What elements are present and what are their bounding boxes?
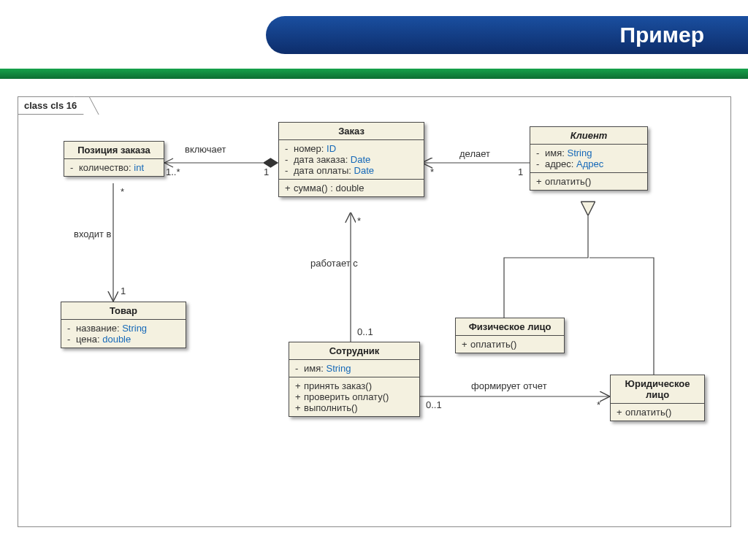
class-product-attrs: -название: String -цена: double [61, 320, 186, 348]
rel-report-label: формирует отчет [471, 380, 547, 391]
rel-works-m2: 0..1 [357, 326, 373, 337]
rel-report-m1: 0..1 [426, 399, 442, 410]
class-order: Заказ -номер: ID -дата заказа: Date -дат… [278, 122, 424, 197]
class-legal-ops: +оплатить() [611, 404, 704, 421]
rel-report-m2: * [597, 399, 600, 410]
rel-belongs-m2: 1 [121, 285, 126, 296]
rel-includes-m1: 1..* [166, 166, 180, 177]
rel-makes-m1: * [430, 166, 434, 177]
class-client-ops: +оплатить() [530, 172, 647, 190]
rel-includes-label: включает [185, 144, 226, 155]
class-person-ops: +оплатить() [456, 336, 564, 353]
class-client-title: Клиент [530, 127, 647, 145]
class-legal-title: Юридическое лицо [611, 375, 704, 404]
class-order-attrs: -номер: ID -дата заказа: Date -дата опла… [279, 140, 424, 179]
class-employee-ops: +принять заказ() +проверить оплату() +вы… [289, 377, 419, 416]
rel-works-m1: * [357, 215, 361, 226]
slide-header: Пример [0, 16, 748, 67]
rel-makes-label: делает [459, 148, 490, 159]
class-product-title: Товар [61, 302, 186, 320]
frame-label-text: class cls 16 [24, 100, 77, 111]
class-order-ops: +сумма() : double [279, 179, 424, 196]
class-order-item: Позиция заказа -количество: int [64, 141, 164, 177]
rel-belongs-label: входит в [74, 229, 112, 239]
class-client-attrs: -имя: String -адрес: Адрес [530, 145, 647, 172]
class-person: Физическое лицо +оплатить() [455, 318, 565, 353]
class-order-title: Заказ [279, 123, 424, 140]
class-order-item-title: Позиция заказа [64, 142, 164, 159]
class-product: Товар -название: String -цена: double [61, 302, 186, 348]
class-client: Клиент -имя: String -адрес: Адрес +оплат… [530, 126, 648, 191]
diagram-frame: class cls 16 [18, 96, 731, 527]
frame-label: class cls 16 [18, 96, 88, 115]
class-employee-title: Сотрудник [289, 342, 419, 360]
class-legal: Юридическое лицо +оплатить() [610, 375, 705, 421]
slide-title-text: Пример [619, 23, 704, 47]
class-employee-attrs: -имя: String [289, 360, 419, 377]
class-employee: Сотрудник -имя: String +принять заказ() … [289, 342, 420, 417]
class-person-title: Физическое лицо [456, 318, 564, 336]
stripe-white [0, 64, 748, 67]
rel-works-label: работает с [310, 258, 358, 269]
slide-title: Пример [266, 16, 748, 54]
rel-belongs-m1: * [121, 186, 124, 197]
rel-includes-m2: 1 [264, 166, 269, 177]
class-order-item-attrs: -количество: int [64, 159, 164, 176]
stripe-green [0, 69, 748, 79]
rel-makes-m2: 1 [518, 166, 523, 177]
